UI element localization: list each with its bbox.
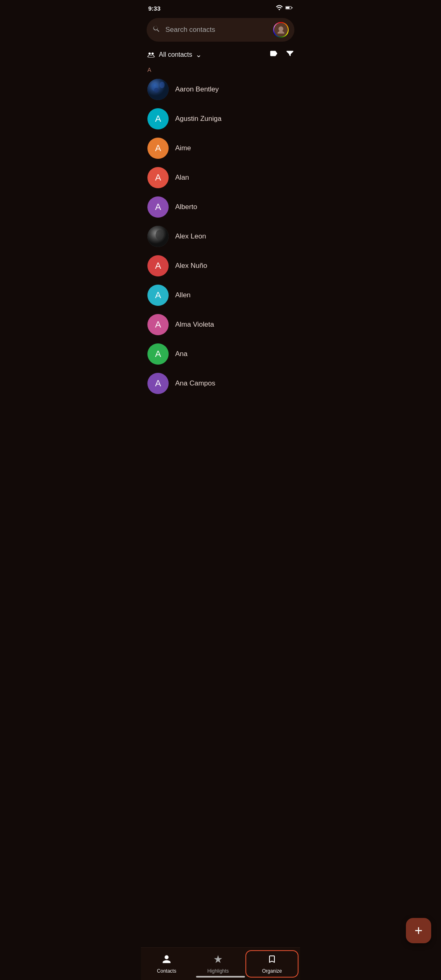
contact-avatar: A [147, 138, 169, 159]
contact-item[interactable]: AAime [141, 134, 300, 163]
contact-name: Alex Leon [175, 232, 206, 241]
contact-item[interactable]: AAlma Violeta [141, 310, 300, 339]
contact-avatar [147, 79, 169, 100]
label-icon[interactable] [269, 49, 278, 60]
status-icons [276, 5, 293, 12]
contact-name: Ana Campos [175, 379, 215, 388]
contact-item[interactable]: AAlberto [141, 192, 300, 222]
toolbar-row: All contacts ⌄ [141, 47, 300, 64]
status-time: 9:33 [148, 5, 160, 12]
contact-item[interactable]: AAlex Nuño [141, 251, 300, 281]
contact-name: Ana [175, 350, 187, 358]
contact-item[interactable]: Aaron Bentley [141, 75, 300, 104]
chevron-down-icon: ⌄ [196, 50, 202, 59]
contact-item[interactable]: Alex Leon [141, 222, 300, 251]
svg-point-8 [154, 88, 159, 93]
section-header-a: A [141, 64, 300, 75]
search-icon [152, 25, 160, 35]
filter-icon[interactable] [285, 49, 294, 60]
svg-point-3 [149, 52, 151, 55]
contact-name: Alex Nuño [175, 262, 207, 270]
all-contacts-button[interactable]: All contacts ⌄ [147, 50, 202, 59]
contact-avatar: A [147, 314, 169, 335]
contact-item[interactable]: AAgustin Zuniga [141, 104, 300, 134]
search-bar[interactable]: Search contacts [147, 18, 294, 42]
contact-name: Alan [175, 174, 189, 182]
svg-point-10 [156, 230, 164, 240]
contact-item[interactable]: AAna Campos [141, 369, 300, 398]
profile-avatar[interactable] [273, 22, 289, 38]
svg-point-4 [151, 52, 154, 55]
contact-avatar [147, 226, 169, 247]
contact-name: Aaron Bentley [175, 85, 219, 94]
contact-name: Alma Violeta [175, 321, 214, 329]
svg-point-7 [160, 82, 165, 88]
contact-avatar: A [147, 196, 169, 218]
contact-item[interactable]: AAlan [141, 163, 300, 192]
contact-avatar: A [147, 108, 169, 129]
wifi-icon [276, 5, 283, 12]
all-contacts-label: All contacts [159, 51, 192, 58]
contact-avatar: A [147, 285, 169, 306]
profile-avatar-inner [274, 23, 288, 37]
toolbar-right [269, 49, 294, 60]
contact-item[interactable]: AAllen [141, 281, 300, 310]
search-placeholder: Search contacts [165, 26, 268, 34]
contact-name: Alberto [175, 203, 197, 211]
contact-list-container: A Aaron BentleyAAgustin ZunigaAAimeAAlan… [141, 64, 300, 398]
contact-list: Aaron BentleyAAgustin ZunigaAAimeAAlanAA… [141, 75, 300, 398]
battery-icon [285, 5, 293, 12]
contact-avatar: A [147, 343, 169, 365]
contact-avatar: A [147, 167, 169, 188]
status-bar: 9:33 [141, 0, 300, 15]
contact-name: Agustin Zuniga [175, 115, 221, 123]
contact-avatar: A [147, 373, 169, 394]
svg-rect-2 [292, 7, 292, 8]
contact-name: Aime [175, 144, 191, 152]
contact-item[interactable]: AAna [141, 339, 300, 369]
contact-avatar: A [147, 255, 169, 276]
contact-name: Allen [175, 291, 191, 299]
